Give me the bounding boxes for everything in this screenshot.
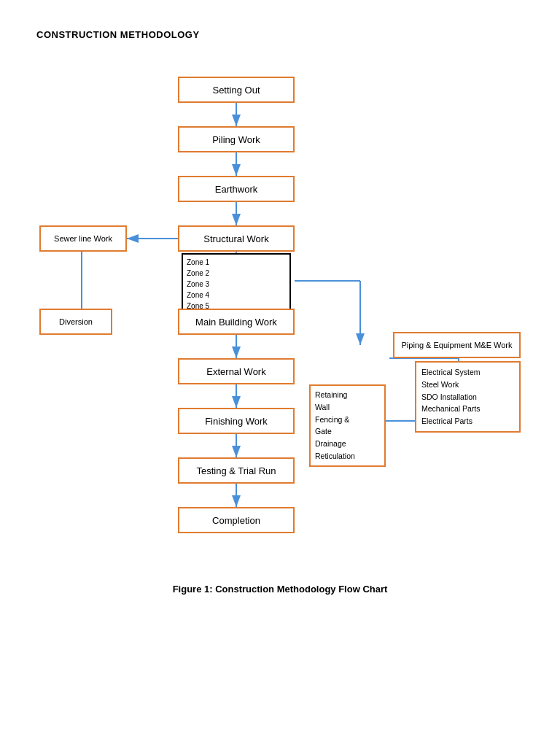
structural-work-box: Structural Work xyxy=(178,225,295,252)
external-work-box: External Work xyxy=(178,358,295,384)
page: CONSTRUCTION METHODOLOGY xyxy=(0,0,560,747)
sewer-line-box: Sewer line Work xyxy=(39,225,127,252)
page-title: CONSTRUCTION METHODOLOGY xyxy=(36,29,524,40)
retaining-item: Retaining xyxy=(315,389,380,401)
electrical-item: SDO Installation xyxy=(421,391,514,403)
piping-me-box: Piping & Equipment M&E Work xyxy=(393,332,521,358)
flowchart: Setting Out Piling Work Earthwork Struct… xyxy=(39,62,521,573)
main-building-box: Main Building Work xyxy=(178,309,295,335)
zone-item: Zone 3 xyxy=(187,279,286,290)
testing-box: Testing & Trial Run xyxy=(178,457,295,484)
completion-box: Completion xyxy=(178,507,295,533)
zone-item: Zone 1 xyxy=(187,257,286,268)
retaining-item: Fencing & xyxy=(315,414,380,426)
piling-work-box: Piling Work xyxy=(178,126,295,152)
retaining-wall-box: Retaining Wall Fencing & Gate Drainage R… xyxy=(309,384,386,467)
electrical-item: Electrical Parts xyxy=(421,415,514,427)
electrical-box: Electrical System Steel Work SDO Install… xyxy=(415,361,521,433)
diversion-box: Diversion xyxy=(39,309,112,335)
zone-item: Zone 2 xyxy=(187,268,286,279)
zone-item: Zone 4 xyxy=(187,290,286,301)
finishing-work-box: Finishing Work xyxy=(178,408,295,434)
electrical-item: Mechanical Parts xyxy=(421,403,514,415)
zone-box: Zone 1 Zone 2 Zone 3 Zone 4 Zone 5 xyxy=(182,253,291,315)
electrical-item: Electrical System xyxy=(421,366,514,379)
retaining-item: Drainage xyxy=(315,438,380,450)
electrical-item: Steel Work xyxy=(421,379,514,391)
retaining-item: Wall xyxy=(315,401,380,414)
retaining-item: Reticulation xyxy=(315,450,380,462)
setting-out-box: Setting Out xyxy=(178,77,295,103)
earthwork-box: Earthwork xyxy=(178,176,295,202)
retaining-item: Gate xyxy=(315,425,380,438)
figure-caption: Figure 1: Construction Methodology Flow … xyxy=(36,584,524,595)
